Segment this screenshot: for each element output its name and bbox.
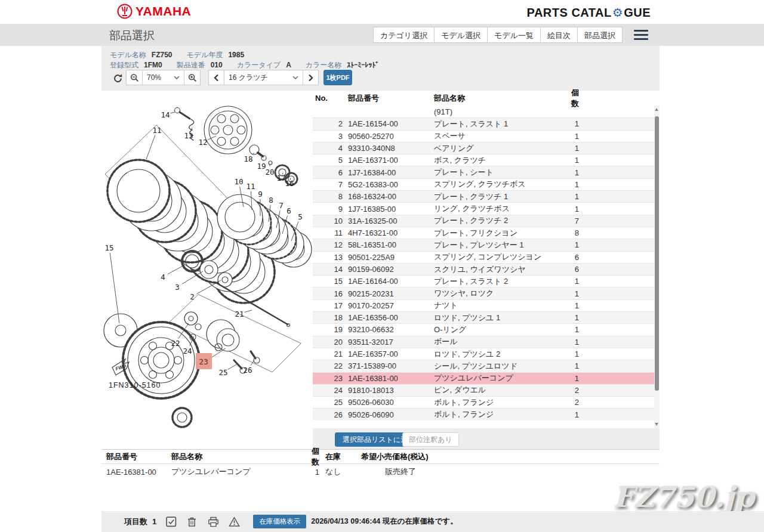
part-no: 12 [313, 240, 343, 249]
callout-24: 24 [183, 347, 192, 355]
part-qty: 7 [567, 216, 579, 225]
table-row[interactable]: 2595026-06030ボルト, フランジ2 [313, 396, 660, 408]
part-no: 3 [313, 132, 343, 141]
part-name: O-リング [434, 324, 567, 335]
nav-button-parts-select[interactable]: 部品選択 [577, 27, 623, 43]
callout-25: 25 [218, 368, 227, 377]
action-bar: 選択部品リストに追加 部位注釈あり [313, 428, 660, 450]
pdf-button[interactable]: 1枚PDF [324, 70, 352, 85]
part-name: ワツシヤ, ロツク [434, 288, 567, 299]
table-row[interactable]: 2695026-06090ボルト, フランジ1 [313, 408, 660, 420]
parts-diagram[interactable]: FWD 23 141312111510119876518192017164322… [101, 91, 313, 450]
table-row[interactable]: 1790170-20257ナツト1 [313, 299, 660, 311]
diagram-highlight-23[interactable]: 23 [196, 348, 226, 369]
nav-button-illustrated-index[interactable]: 絵目次 [540, 27, 578, 43]
table-row[interactable]: 114H7-16321-00プレート, フリクシヨン8 [313, 227, 660, 239]
table-row[interactable]: 2491810-18013ピン, ダウエル2 [313, 384, 660, 396]
table-row[interactable]: 1690215-20231ワツシヤ, ロツク1 [313, 287, 660, 299]
part-no: 19 [313, 325, 343, 334]
zoom-out-icon [130, 73, 139, 82]
select-all-button[interactable] [166, 516, 177, 527]
part-no: 8 [313, 192, 343, 201]
warning-button[interactable] [229, 516, 240, 527]
nav-button-model-list[interactable]: モデル一覧 [487, 27, 541, 43]
part-annotation-button[interactable]: 部位注釈あり [402, 432, 459, 447]
prev-page-button[interactable] [208, 70, 224, 85]
parts-table: No. 部品番号 部品名称 個数 (91T)21AE-16154-00プレート,… [313, 91, 660, 428]
table-row[interactable]: 75G2-16383-00スプリング, クラツチボス1 [313, 178, 660, 190]
table-row[interactable]: 151AE-16164-00プレート, スラスト 21 [313, 275, 660, 287]
callout-8: 8 [269, 196, 273, 205]
zoom-in-button[interactable] [184, 70, 201, 85]
parts-table-rows: (91T)21AE-16154-00プレート, スラスト 11390560-25… [313, 106, 660, 420]
sel-part-stock: なし [319, 466, 361, 477]
chevron-down-icon [174, 76, 180, 79]
scroll-down-icon[interactable] [655, 423, 658, 426]
table-row[interactable]: 1390501-225A9スプリング, コンプレツシヨン6 [313, 251, 660, 263]
table-scrollbar[interactable] [654, 106, 660, 428]
callout-17: 17 [276, 174, 285, 183]
selected-part-row[interactable]: 1AE-16381-00 プツシユレバーコンプ 1 なし 販売終了 [101, 464, 660, 480]
chevron-right-icon [308, 74, 313, 82]
table-row[interactable]: 1490159-06092スクリユ, ウイズワツシヤ6 [313, 263, 660, 275]
part-qty: 1 [567, 205, 579, 214]
part-no: 25 [313, 398, 343, 407]
items-count-label: 項目数 [124, 516, 147, 527]
chevron-left-icon [214, 74, 219, 82]
page-footer: 項目数 1 [101, 511, 764, 532]
part-name: ボス, クラツチ [434, 155, 567, 166]
table-row[interactable]: 2093511-32017ボール1 [313, 336, 660, 348]
callout-15: 15 [104, 243, 113, 252]
callout-2: 2 [190, 292, 195, 301]
table-row[interactable]: 493310-340N8ベアリング1 [313, 142, 660, 154]
warning-triangle-icon [229, 516, 240, 527]
part-number: 371-15389-00 [343, 361, 434, 370]
callout-10: 10 [234, 177, 243, 186]
table-row[interactable]: 61J7-16384-00プレート, シート1 [313, 166, 660, 178]
part-no: 7 [313, 180, 343, 189]
table-row[interactable]: 1258L-16351-00プレート, プレツシヤー 11 [313, 239, 660, 250]
nav-button-category-select[interactable]: カテゴリ選択 [373, 27, 435, 43]
next-page-button[interactable] [303, 70, 319, 85]
part-qty: 1 [567, 277, 579, 286]
catalogue-text-pre: PARTS CATAL [527, 6, 612, 20]
table-row[interactable]: 8168-16324-00プレート, クラツチ 11 [313, 190, 660, 202]
zoom-level-select[interactable]: 70% [142, 70, 184, 85]
scroll-up-icon[interactable] [655, 108, 658, 111]
table-row[interactable]: 1031A-16325-00プレート, クラツチ 27 [313, 215, 660, 227]
header-no: No. [313, 94, 343, 103]
table-row[interactable]: 390560-25270スペーサ1 [313, 130, 660, 142]
part-no: 9 [313, 205, 343, 214]
stock-price-display-button[interactable]: 在庫価格表示 [253, 515, 306, 528]
delete-button[interactable] [187, 516, 198, 527]
table-row[interactable]: 51AE-16371-00ボス, クラツチ1 [313, 154, 660, 166]
part-number: 90501-225A9 [343, 253, 434, 262]
table-row[interactable]: 21AE-16154-00プレート, スラスト 11 [313, 117, 660, 129]
nav-button-group: カテゴリ選択 モデル選択 モデル一覧 絵目次 部品選択 [374, 27, 623, 43]
table-row[interactable]: 211AE-16357-00ロツド, プツシユ 21 [313, 348, 660, 360]
part-name: リング, クラツチボス [434, 203, 567, 214]
selected-part-header: 部品番号 部品名称 個数 在庫 希望小売価格(税込) [101, 450, 660, 464]
zoom-out-button[interactable] [126, 70, 143, 85]
page-select[interactable]: 16 クラツチ [224, 70, 303, 85]
checkbox-check-icon [166, 516, 177, 527]
menu-icon[interactable] [634, 30, 648, 40]
table-row[interactable]: 22371-15389-00シール, プツシユロツド1 [313, 360, 660, 372]
site-watermark: FZ750.jp [613, 480, 754, 514]
table-row[interactable]: (91T) [313, 106, 660, 117]
table-row[interactable]: 181AE-16356-00ロツド, プツシユ 11 [313, 311, 660, 323]
color-type-label: カラータイプ [237, 60, 281, 70]
sel-header-price: 希望小売価格(税込) [361, 451, 660, 462]
table-row[interactable]: 91J7-16385-00リング, クラツチボス1 [313, 202, 660, 214]
print-button[interactable] [208, 516, 219, 527]
refresh-button[interactable] [111, 71, 124, 85]
scrollbar-thumb[interactable] [655, 116, 659, 391]
part-name: プレート, フリクシヨン [434, 228, 567, 239]
nav-button-model-select[interactable]: モデル選択 [434, 27, 488, 43]
part-qty: 2 [567, 386, 579, 395]
part-qty: 1 [567, 301, 579, 310]
table-row[interactable]: 1993210-06632O-リング1 [313, 323, 660, 335]
table-row[interactable]: 231AE-16381-00プツシユレバーコンプ1 [313, 372, 660, 384]
part-name: プツシユレバーコンプ [434, 373, 567, 383]
page-select-value: 16 クラツチ [229, 73, 268, 83]
